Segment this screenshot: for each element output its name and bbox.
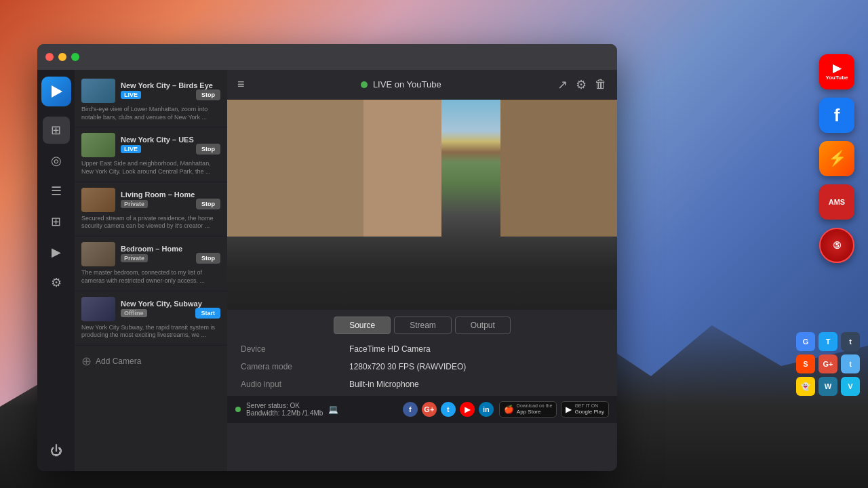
camera-action-button[interactable]: Stop <box>196 144 220 155</box>
thunder-app-icon[interactable]: ⚡ <box>819 141 854 176</box>
plus-icon: ⊕ <box>81 354 92 369</box>
camera-description: Upper East Side and neighborhood, Manhat… <box>81 160 220 176</box>
server-status-dot <box>235 407 241 412</box>
googleplay-badge[interactable]: ▶ GET IT ON Google Play <box>561 401 609 418</box>
vimeo-small-icon[interactable]: V <box>841 377 860 396</box>
sidebar-item-cameras[interactable]: ⊞ <box>43 117 70 144</box>
camera-item[interactable]: New York City, Subway Offline Start New … <box>75 291 227 346</box>
apple-icon: 🍎 <box>504 405 514 414</box>
youtube-app-icon[interactable]: ▶ YouTube <box>819 54 854 89</box>
fullscreen-button[interactable] <box>71 53 79 61</box>
tab-source[interactable]: Source <box>334 317 391 334</box>
camera-grid-icon: ⊞ <box>51 123 61 138</box>
camera-item[interactable]: Living Room – Home Private Stop Secured … <box>75 182 227 237</box>
facebook-social-icon[interactable]: f <box>403 402 418 417</box>
s5-app-icon[interactable]: ⑤ <box>819 228 854 263</box>
camera-mode-value: 868x488 30 FPS (RAWVIDEO) <box>349 362 466 371</box>
building-center <box>363 100 441 237</box>
sidebar-item-grid[interactable]: ⊞ <box>43 208 70 235</box>
main-content: ⊞ ◎ ☰ ⊞ ▶ ⚙ ⏻ <box>37 70 617 471</box>
audio-input-label: Audio input <box>241 380 336 389</box>
camera-list: New York City – Birds Eye LIVE Stop Bird… <box>75 70 227 471</box>
wordpress-small-icon[interactable]: W <box>818 377 837 396</box>
camera-thumbnail <box>81 242 115 266</box>
store-badges: 🍎 Download on the App Store ▶ GET IT ON … <box>499 401 609 418</box>
camera-action-button[interactable]: Start <box>195 308 220 319</box>
tumblr-small-icon[interactable]: t <box>841 332 860 351</box>
sidebar-item-location[interactable]: ◎ <box>43 147 70 174</box>
camera-thumbnail <box>81 297 115 321</box>
linkedin-social-icon[interactable]: in <box>479 402 494 417</box>
settings-icon[interactable]: ⚙ <box>576 77 587 92</box>
minimize-button[interactable] <box>58 53 66 61</box>
googleplus-social-icon[interactable]: G+ <box>422 402 437 417</box>
building-left <box>227 100 363 237</box>
server-status-text: Server status: OK <box>246 402 323 409</box>
add-camera-button[interactable]: ⊕Add Camera <box>75 346 227 377</box>
trello-small-icon[interactable]: T <box>818 332 837 351</box>
googleplay-icon: ▶ <box>566 405 572 414</box>
camera-thumbnail <box>81 79 115 103</box>
status-badge: Private <box>121 200 148 208</box>
sidebar-item-power[interactable]: ⏻ <box>43 437 70 464</box>
info-rows: Device FaceTime HD Camera Camera mode 12… <box>241 344 604 389</box>
appstore-badge[interactable]: 🍎 Download on the App Store <box>499 401 557 418</box>
device-row: Device FaceTime HD Camera <box>241 344 604 354</box>
traffic-lights <box>45 53 79 61</box>
ams-app-icon[interactable]: AMS <box>819 184 854 220</box>
app-window: ⊞ ◎ ☰ ⊞ ▶ ⚙ ⏻ <box>37 44 617 471</box>
facebook-app-icon[interactable]: f <box>819 98 854 133</box>
snapchat-small-icon[interactable]: 👻 <box>796 377 815 396</box>
sidebar-item-list[interactable]: ☰ <box>43 178 70 205</box>
trash-icon[interactable]: 🗑 <box>595 77 607 92</box>
menu-icon[interactable]: ≡ <box>237 77 245 92</box>
computer-icon[interactable]: 💻 <box>328 405 338 414</box>
camera-action-button[interactable]: Stop <box>196 199 220 209</box>
twitter-social-icon[interactable]: t <box>441 402 456 417</box>
camera-item[interactable]: Bedroom – Home Private Stop The master b… <box>75 237 227 291</box>
appstore-text: Download on the App Store <box>517 403 553 415</box>
grid-icon: ⊞ <box>51 214 61 229</box>
status-badge: LIVE <box>121 145 141 153</box>
app-logo[interactable] <box>41 77 71 106</box>
tab-output[interactable]: Output <box>455 317 511 334</box>
camera-mode-row: Camera mode 868x488 30 FPS (RAWVIDEO) <box>241 362 604 371</box>
stumble-small-icon[interactable]: S <box>796 354 815 373</box>
camera-item[interactable]: New York City – Birds Eye LIVE Stop Bird… <box>75 73 227 127</box>
sidebar-item-video[interactable]: ▶ <box>43 239 70 266</box>
camera-thumbnail <box>81 188 115 212</box>
small-apps: G T t S G+ t 👻 W V <box>796 332 860 396</box>
street-scene <box>227 100 617 310</box>
footer: Server status: OK Bandwidth: 1.2Mb /1.4M… <box>227 396 617 423</box>
camera-description: The master bedroom, connected to my list… <box>81 269 220 285</box>
googleplay-text: GET IT ON Google Play <box>574 403 604 415</box>
camera-name: New York City, Subway <box>121 300 220 308</box>
right-panel: ≡ LIVE on YouTube ↗ ⚙ 🗑 <box>227 70 617 471</box>
camera-action-button[interactable]: Stop <box>196 89 220 100</box>
camera-name: New York City – UES <box>121 136 220 144</box>
location-icon: ◎ <box>51 153 62 168</box>
youtube-social-icon[interactable]: ▶ <box>460 402 475 417</box>
camera-thumbnail <box>81 133 115 157</box>
camera-description: Bird's-eye view of Lower Manhattan, zoom… <box>81 106 220 121</box>
share-icon[interactable]: ↗ <box>557 77 568 92</box>
power-icon: ⏻ <box>50 444 62 458</box>
buildings <box>227 100 617 310</box>
camera-name: Living Room – Home <box>121 190 220 199</box>
close-button[interactable] <box>45 53 54 61</box>
device-label: Device <box>241 344 336 354</box>
google-small-icon[interactable]: G <box>796 332 815 351</box>
camera-item[interactable]: New York City – UES LIVE Stop Upper East… <box>75 127 227 182</box>
camera-description: New York City Subway, the rapid transit … <box>81 324 220 340</box>
device-value: FaceTime HD Camera <box>349 344 431 354</box>
tab-stream[interactable]: Stream <box>394 317 452 334</box>
social-icons: f G+ t ▶ in <box>403 402 494 417</box>
gplus-small-icon[interactable]: G+ <box>818 354 837 373</box>
tab-row: Source Stream Output <box>241 317 604 334</box>
sidebar-item-settings[interactable]: ⚙ <box>43 269 70 296</box>
bottom-panel: Source Stream Output Device FaceTime HD … <box>227 310 617 396</box>
twitter2-small-icon[interactable]: t <box>841 354 860 373</box>
camera-action-button[interactable]: Stop <box>196 253 220 264</box>
top-bar: ≡ LIVE on YouTube ↗ ⚙ 🗑 <box>227 70 617 100</box>
video-icon: ▶ <box>52 245 61 260</box>
